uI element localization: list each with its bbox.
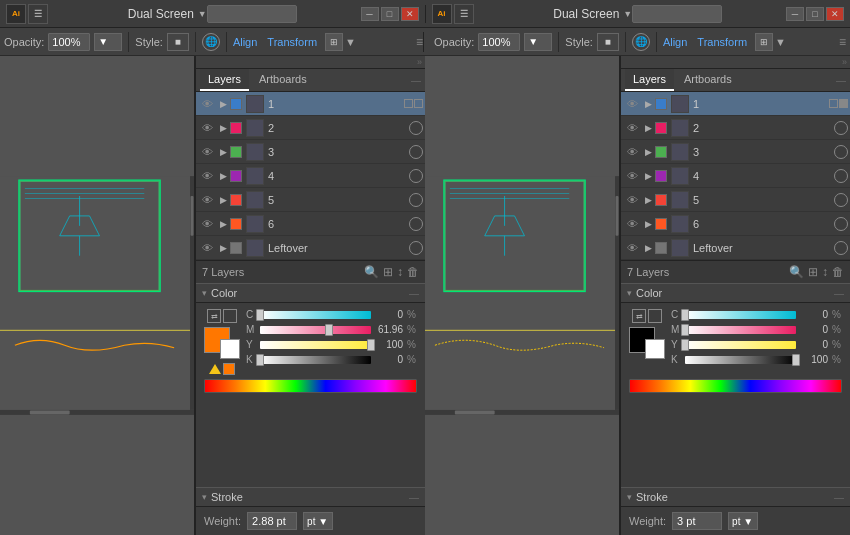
layer-expand-4-right[interactable]: ▶ [641, 169, 655, 183]
layer-vis-1-right[interactable]: 👁 [623, 95, 641, 113]
y-slider-right[interactable] [685, 341, 796, 349]
color-collapse-arrow-right[interactable]: ▾ [627, 288, 632, 298]
menu-icon-left[interactable]: ☰ [28, 4, 48, 24]
style-button[interactable]: ■ [167, 33, 189, 51]
title-search-left[interactable] [207, 5, 297, 23]
title-search-right[interactable] [632, 5, 722, 23]
layer-row-leftover-left[interactable]: 👁 ▶ Leftover [196, 236, 425, 260]
bg-swatch-right[interactable] [645, 339, 665, 359]
m-slider-left[interactable] [260, 326, 371, 334]
style-button-r[interactable]: ■ [597, 33, 619, 51]
layer-expand-6-right[interactable]: ▶ [641, 217, 655, 231]
opacity-dropdown-r[interactable]: ▼ [524, 33, 552, 51]
search-icon-left[interactable]: 🔍 [364, 265, 379, 279]
menu-icon-right[interactable]: ☰ [454, 4, 474, 24]
color-panel-menu-left[interactable]: — [409, 288, 419, 299]
stroke-weight-input-right[interactable] [672, 512, 722, 530]
stroke-panel-menu-right[interactable]: — [834, 492, 844, 503]
title-arrow-left[interactable]: ▼ [198, 9, 207, 19]
k-thumb-right[interactable] [792, 354, 800, 366]
layer-row-3-right[interactable]: 👁 ▶ 3 [621, 140, 850, 164]
layer-expand-1-right[interactable]: ▶ [641, 97, 655, 111]
layer-expand-lo-right[interactable]: ▶ [641, 241, 655, 255]
layer-row-lo-right[interactable]: 👁 ▶ Leftover [621, 236, 850, 260]
delete-icon-right[interactable]: 🗑 [832, 265, 844, 279]
m-thumb-right[interactable] [681, 324, 689, 336]
layer-row-6-left[interactable]: 👁 ▶ 6 [196, 212, 425, 236]
color-mode-icon2-right[interactable] [648, 309, 662, 323]
color-spectrum-left[interactable] [204, 379, 417, 393]
stroke-unit-dropdown-right[interactable]: pt ▼ [728, 512, 758, 530]
c-thumb-right[interactable] [681, 309, 689, 321]
tab-layers-left[interactable]: Layers [200, 69, 249, 91]
y-thumb-right[interactable] [681, 339, 689, 351]
canvas-left[interactable] [0, 56, 195, 535]
layer-expand-2-left[interactable]: ▶ [216, 121, 230, 135]
maximize-btn-left[interactable]: □ [381, 7, 399, 21]
new-page-icon-right[interactable]: ⊞ [808, 265, 818, 279]
color-panel-menu-right[interactable]: — [834, 288, 844, 299]
y-slider-left[interactable] [260, 341, 371, 349]
stroke-weight-input-left[interactable] [247, 512, 297, 530]
title-arrow-right[interactable]: ▼ [623, 9, 632, 19]
color-mode-icon-right[interactable]: ⇄ [632, 309, 646, 323]
layer-vis-5-left[interactable]: 👁 [198, 191, 216, 209]
layer-expand-2-right[interactable]: ▶ [641, 121, 655, 135]
panel-toggle-right[interactable]: ≡ [839, 35, 846, 49]
canvas-right[interactable] [425, 56, 620, 535]
layer-expand-1-left[interactable]: ▶ [216, 97, 230, 111]
layer-vis-5-right[interactable]: 👁 [623, 191, 641, 209]
color-collapse-arrow-left[interactable]: ▾ [202, 288, 207, 298]
stroke-unit-dropdown-left[interactable]: pt ▼ [303, 512, 333, 530]
layer-row-4-right[interactable]: 👁 ▶ 4 [621, 164, 850, 188]
layer-row-4-left[interactable]: 👁 ▶ 4 [196, 164, 425, 188]
layer-row-3-left[interactable]: 👁 ▶ 3 [196, 140, 425, 164]
panel-expand-icon-left[interactable]: » [417, 57, 422, 67]
layer-expand-3-right[interactable]: ▶ [641, 145, 655, 159]
new-page-icon-left[interactable]: ⊞ [383, 265, 393, 279]
m-thumb-left[interactable] [325, 324, 333, 336]
layer-vis-2-left[interactable]: 👁 [198, 119, 216, 137]
transform-link[interactable]: Transform [267, 36, 317, 48]
k-slider-right[interactable] [685, 356, 796, 364]
layer-vis-6-right[interactable]: 👁 [623, 215, 641, 233]
layer-expand-5-left[interactable]: ▶ [216, 193, 230, 207]
tab-artboards-left[interactable]: Artboards [251, 69, 315, 91]
layer-vis-6-left[interactable]: 👁 [198, 215, 216, 233]
close-btn-left[interactable]: ✕ [401, 7, 419, 21]
layer-vis-2-right[interactable]: 👁 [623, 119, 641, 137]
move-icon-right[interactable]: ↕ [822, 265, 828, 279]
tab-menu-left[interactable]: — [411, 75, 421, 86]
stroke-panel-menu-left[interactable]: — [409, 492, 419, 503]
toolbar-arrow[interactable]: ▼ [345, 36, 356, 48]
delete-icon-left[interactable]: 🗑 [407, 265, 419, 279]
bg-swatch-left[interactable] [220, 339, 240, 359]
distribute-icon[interactable]: ⊞ [325, 33, 343, 51]
minimize-btn-right[interactable]: ─ [786, 7, 804, 21]
layer-vis-4-left[interactable]: 👁 [198, 167, 216, 185]
layer-row-5-right[interactable]: 👁 ▶ 5 [621, 188, 850, 212]
layer-expand-3-left[interactable]: ▶ [216, 145, 230, 159]
tab-layers-right[interactable]: Layers [625, 69, 674, 91]
oog-swatch-left[interactable] [223, 363, 235, 375]
stroke-collapse-arrow-left[interactable]: ▾ [202, 492, 207, 502]
layer-expand-4-left[interactable]: ▶ [216, 169, 230, 183]
c-slider-left[interactable] [260, 311, 371, 319]
search-icon-right[interactable]: 🔍 [789, 265, 804, 279]
move-icon-left[interactable]: ↕ [397, 265, 403, 279]
toolbar-arrow-r[interactable]: ▼ [775, 36, 786, 48]
opacity-input[interactable] [48, 33, 90, 51]
y-thumb-left[interactable] [367, 339, 375, 351]
c-slider-right[interactable] [685, 311, 796, 319]
layer-row-2-left[interactable]: 👁 ▶ 2 [196, 116, 425, 140]
color-spectrum-right[interactable] [629, 379, 842, 393]
k-slider-left[interactable] [260, 356, 371, 364]
color-mode-icon2-left[interactable] [223, 309, 237, 323]
layer-row-5-left[interactable]: 👁 ▶ 5 [196, 188, 425, 212]
layer-expand-6-left[interactable]: ▶ [216, 217, 230, 231]
color-mode-icon-left[interactable]: ⇄ [207, 309, 221, 323]
layer-row-6-right[interactable]: 👁 ▶ 6 [621, 212, 850, 236]
layer-expand-5-right[interactable]: ▶ [641, 193, 655, 207]
panel-expand-icon-right[interactable]: » [842, 57, 847, 67]
globe-icon-r[interactable]: 🌐 [632, 33, 650, 51]
